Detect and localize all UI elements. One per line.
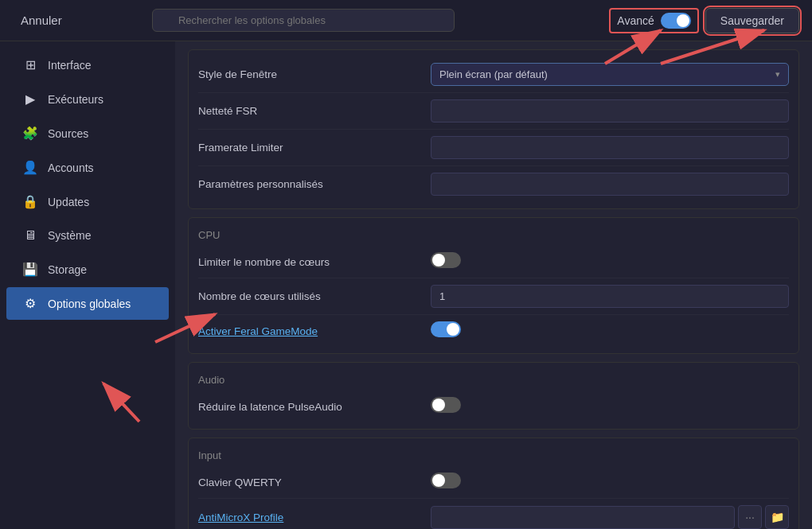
feral-gamemode-track bbox=[431, 321, 461, 337]
params-perso-input[interactable] bbox=[431, 173, 789, 196]
clavier-qwerty-track bbox=[431, 473, 461, 488]
antimicrox-input-group: ··· 📁 bbox=[431, 505, 789, 529]
clavier-qwerty-toggle[interactable] bbox=[431, 473, 461, 488]
search-input[interactable] bbox=[152, 9, 455, 32]
folder-icon: 📁 bbox=[771, 511, 784, 523]
sidebar-item-accounts[interactable]: 👤 Accounts bbox=[6, 151, 169, 184]
sidebar-item-label: Interface bbox=[48, 59, 91, 72]
input-section: Input Clavier QWERTY AntiMicroX Profile bbox=[188, 438, 799, 529]
sidebar-item-label: Accounts bbox=[48, 161, 94, 174]
setting-row-framerate: Framerate Limiter bbox=[198, 130, 789, 166]
header-right: Avancé Sauvegarder bbox=[609, 8, 799, 33]
limiter-coeurs-toggle[interactable] bbox=[431, 252, 461, 268]
limiter-coeurs-track bbox=[431, 252, 461, 268]
sidebar-item-executeurs[interactable]: ▶ Exécuteurs bbox=[6, 83, 169, 115]
user-icon: 👤 bbox=[22, 160, 38, 175]
setting-row-limiter-coeurs: Limiter le nombre de cœurs bbox=[198, 246, 789, 278]
nombre-coeurs-input[interactable] bbox=[431, 285, 789, 308]
cancel-button[interactable]: Annuler bbox=[13, 9, 70, 32]
setting-row-style-fenetre: Style de Fenêtre Plein écran (par défaut… bbox=[198, 56, 789, 93]
antimicrox-dots-button[interactable]: ··· bbox=[738, 505, 762, 529]
sidebar-item-options-globales[interactable]: ⚙ Options globales bbox=[6, 287, 169, 320]
setting-control-clavier-qwerty bbox=[431, 473, 789, 492]
feral-gamemode-toggle[interactable] bbox=[431, 321, 461, 337]
setting-row-reduire-latence: Réduire la latence PulseAudio bbox=[198, 391, 789, 422]
sidebar-item-sources[interactable]: 🧩 Sources bbox=[6, 117, 169, 150]
reduire-latence-thumb bbox=[432, 399, 445, 411]
setting-control-limiter-coeurs bbox=[431, 252, 789, 271]
sidebar-item-systeme[interactable]: 🖥 Système bbox=[6, 220, 169, 251]
header: Annuler 🔍 Avancé Sauvegarder bbox=[0, 0, 812, 41]
setting-label-clavier-qwerty: Clavier QWERTY bbox=[198, 476, 421, 488]
setting-control-reduire-latence bbox=[431, 397, 789, 416]
setting-control-nettete bbox=[431, 99, 789, 123]
clavier-qwerty-thumb bbox=[432, 474, 445, 487]
avance-label: Avancé bbox=[617, 14, 654, 27]
content-area: Style de Fenêtre Plein écran (par défaut… bbox=[175, 41, 812, 529]
setting-control-style-fenetre: Plein écran (par défaut) ▾ bbox=[431, 63, 789, 86]
framerate-limiter-input[interactable] bbox=[431, 136, 789, 159]
antimicrox-input[interactable] bbox=[431, 506, 735, 529]
setting-control-params-perso bbox=[431, 173, 789, 196]
search-container: 🔍 bbox=[152, 9, 455, 32]
setting-control-nombre-coeurs bbox=[431, 285, 789, 308]
sidebar-item-label: Exécuteurs bbox=[48, 93, 103, 106]
gear-icon: ⚙ bbox=[22, 296, 38, 311]
window-section: Style de Fenêtre Plein écran (par défaut… bbox=[188, 49, 799, 209]
sidebar-item-storage[interactable]: 💾 Storage bbox=[6, 253, 169, 286]
limiter-coeurs-thumb bbox=[432, 254, 445, 266]
sidebar-item-updates[interactable]: 🔒 Updates bbox=[6, 185, 169, 218]
setting-control-antimicrox: ··· 📁 bbox=[431, 505, 789, 529]
avance-group: Avancé bbox=[609, 8, 698, 33]
sidebar-item-label: Sources bbox=[48, 127, 88, 140]
avance-toggle[interactable] bbox=[661, 13, 691, 29]
setting-label-limiter-coeurs: Limiter le nombre de cœurs bbox=[198, 256, 421, 268]
setting-label-reduire-latence: Réduire la latence PulseAudio bbox=[198, 401, 421, 413]
main-layout: ⊞ Interface ▶ Exécuteurs 🧩 Sources 👤 Acc… bbox=[0, 41, 812, 529]
style-fenetre-value: Plein écran (par défaut) bbox=[439, 68, 548, 80]
sidebar-item-label: Updates bbox=[48, 196, 89, 208]
avance-toggle-thumb bbox=[677, 14, 689, 27]
puzzle-icon: 🧩 bbox=[22, 126, 38, 141]
nettete-fsr-input[interactable] bbox=[431, 99, 789, 123]
setting-label-style-fenetre: Style de Fenêtre bbox=[198, 68, 421, 80]
antimicrox-folder-button[interactable]: 📁 bbox=[765, 505, 789, 529]
sidebar-item-label: Options globales bbox=[48, 298, 131, 310]
sidebar-item-label: Système bbox=[48, 229, 91, 242]
setting-row-params-perso: Paramètres personnalisés bbox=[198, 166, 789, 202]
setting-row-antimicrox: AntiMicroX Profile ··· 📁 bbox=[198, 499, 789, 529]
setting-row-clavier-qwerty: Clavier QWERTY bbox=[198, 466, 789, 499]
setting-label-params-perso: Paramètres personnalisés bbox=[198, 178, 421, 190]
setting-control-framerate bbox=[431, 136, 789, 159]
style-fenetre-select[interactable]: Plein écran (par défaut) ▾ bbox=[431, 63, 789, 86]
play-icon: ▶ bbox=[22, 91, 38, 107]
cpu-section: CPU Limiter le nombre de cœurs Nombre de… bbox=[188, 217, 799, 354]
save-button[interactable]: Sauvegarder bbox=[705, 8, 799, 33]
sidebar-item-interface[interactable]: ⊞ Interface bbox=[6, 49, 169, 81]
setting-row-nettete-fsr: Netteté FSR bbox=[198, 93, 789, 130]
cpu-section-title: CPU bbox=[198, 224, 789, 246]
sidebar-item-label: Storage bbox=[48, 263, 87, 276]
grid-icon: ⊞ bbox=[22, 57, 38, 72]
avance-toggle-track bbox=[661, 13, 691, 29]
audio-section-title: Audio bbox=[198, 369, 789, 391]
setting-row-nombre-coeurs: Nombre de cœurs utilisés bbox=[198, 278, 789, 315]
sidebar: ⊞ Interface ▶ Exécuteurs 🧩 Sources 👤 Acc… bbox=[0, 41, 175, 529]
setting-label-antimicrox: AntiMicroX Profile bbox=[198, 511, 421, 523]
setting-label-nettete: Netteté FSR bbox=[198, 105, 421, 117]
setting-row-feral-gamemode: Activer Feral GameMode bbox=[198, 315, 789, 347]
feral-gamemode-thumb bbox=[447, 323, 459, 336]
dots-icon: ··· bbox=[745, 511, 755, 523]
lock-icon: 🔒 bbox=[22, 194, 38, 209]
chevron-down-icon: ▾ bbox=[775, 69, 780, 80]
setting-label-framerate: Framerate Limiter bbox=[198, 142, 421, 154]
storage-icon: 💾 bbox=[22, 262, 38, 277]
setting-label-nombre-coeurs: Nombre de cœurs utilisés bbox=[198, 290, 421, 302]
input-section-title: Input bbox=[198, 445, 789, 466]
reduire-latence-toggle[interactable] bbox=[431, 397, 461, 413]
setting-control-feral-gamemode bbox=[431, 321, 789, 340]
reduire-latence-track bbox=[431, 397, 461, 413]
setting-label-feral-gamemode: Activer Feral GameMode bbox=[198, 325, 421, 337]
audio-section: Audio Réduire la latence PulseAudio bbox=[188, 362, 799, 430]
monitor-icon: 🖥 bbox=[22, 228, 38, 243]
